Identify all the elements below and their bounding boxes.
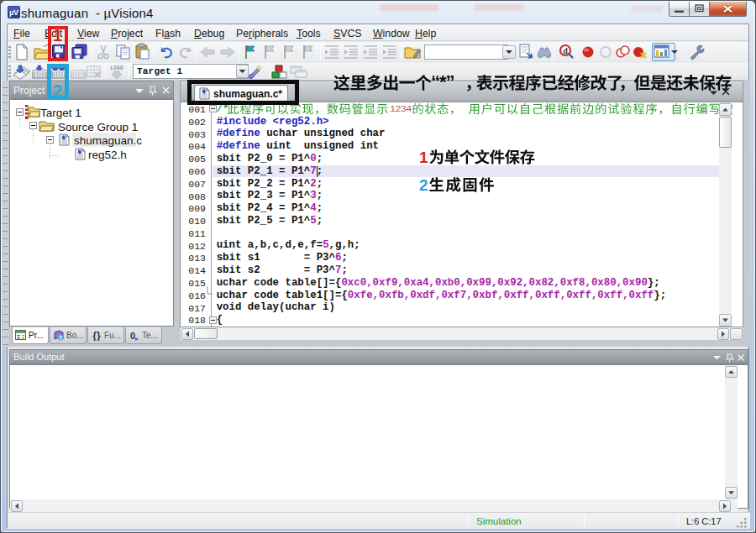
svg-text:d: d: [563, 46, 568, 55]
svg-text:0: 0: [130, 331, 135, 341]
svg-text:LOAD: LOAD: [110, 65, 123, 71]
svg-text:{}: {}: [92, 330, 101, 341]
svg-text:µV: µV: [9, 8, 18, 17]
svg-text:?: ?: [59, 335, 62, 341]
